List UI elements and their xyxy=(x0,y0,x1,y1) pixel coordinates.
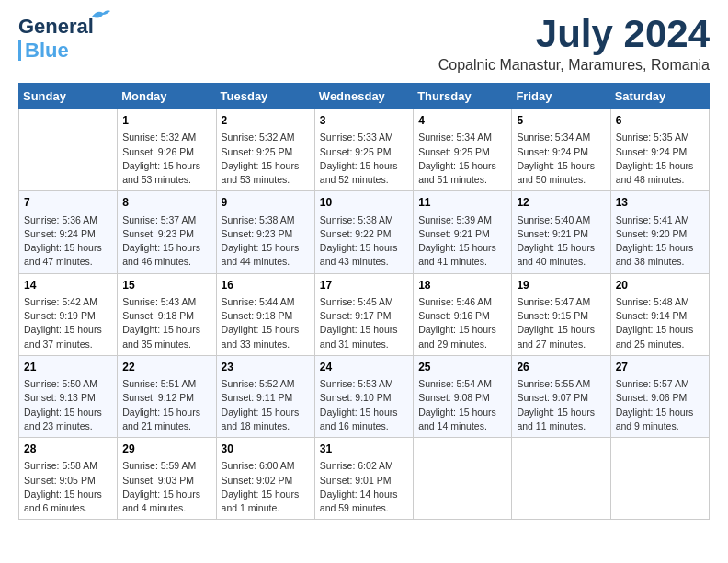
day-number: 6 xyxy=(616,113,704,129)
calendar-header-row: SundayMondayTuesdayWednesdayThursdayFrid… xyxy=(19,84,710,109)
calendar-cell: 12Sunrise: 5:40 AM Sunset: 9:21 PM Dayli… xyxy=(512,191,610,273)
calendar-cell: 14Sunrise: 5:42 AM Sunset: 9:19 PM Dayli… xyxy=(19,273,118,355)
cell-content: Sunrise: 5:32 AM Sunset: 9:26 PM Dayligh… xyxy=(122,131,210,187)
cell-content: Sunrise: 5:59 AM Sunset: 9:03 PM Dayligh… xyxy=(122,459,210,515)
cell-content: Sunrise: 5:38 AM Sunset: 9:23 PM Dayligh… xyxy=(222,213,310,270)
day-number: 7 xyxy=(24,195,112,211)
day-number: 4 xyxy=(418,113,506,129)
logo-blue: Blue xyxy=(25,39,69,63)
cell-content: Sunrise: 5:51 AM Sunset: 9:12 PM Dayligh… xyxy=(122,377,210,433)
calendar-cell: 19Sunrise: 5:47 AM Sunset: 9:15 PM Dayli… xyxy=(512,273,610,355)
header-thursday: Thursday xyxy=(414,84,512,109)
day-number: 2 xyxy=(222,113,310,129)
day-number: 16 xyxy=(222,278,310,293)
calendar-cell: 30Sunrise: 6:00 AM Sunset: 9:02 PM Dayli… xyxy=(216,438,314,520)
logo: General Blue xyxy=(18,15,94,63)
cell-content: Sunrise: 5:53 AM Sunset: 9:10 PM Dayligh… xyxy=(320,377,408,433)
cell-content: Sunrise: 5:52 AM Sunset: 9:11 PM Dayligh… xyxy=(222,377,310,433)
calendar-cell: 13Sunrise: 5:41 AM Sunset: 9:20 PM Dayli… xyxy=(610,191,709,273)
cell-content: Sunrise: 5:34 AM Sunset: 9:25 PM Dayligh… xyxy=(418,131,506,187)
day-number: 31 xyxy=(320,442,408,457)
day-number: 30 xyxy=(222,442,310,457)
cell-content: Sunrise: 5:54 AM Sunset: 9:08 PM Dayligh… xyxy=(418,377,506,433)
page-header: General Blue July 2024 Copalnic Manastur… xyxy=(18,15,710,74)
day-number: 26 xyxy=(517,360,605,375)
day-number: 19 xyxy=(517,278,605,293)
cell-content: Sunrise: 5:58 AM Sunset: 9:05 PM Dayligh… xyxy=(24,459,112,515)
day-number: 29 xyxy=(122,442,210,457)
cell-content: Sunrise: 5:38 AM Sunset: 9:22 PM Dayligh… xyxy=(320,213,408,270)
day-number: 3 xyxy=(320,113,408,129)
cell-content: Sunrise: 5:40 AM Sunset: 9:21 PM Dayligh… xyxy=(517,213,605,270)
cell-content: Sunrise: 5:35 AM Sunset: 9:24 PM Dayligh… xyxy=(616,131,704,187)
calendar-cell: 2Sunrise: 5:32 AM Sunset: 9:25 PM Daylig… xyxy=(216,109,314,191)
header-friday: Friday xyxy=(512,84,610,109)
cell-content: Sunrise: 5:55 AM Sunset: 9:07 PM Dayligh… xyxy=(517,377,605,433)
day-number: 17 xyxy=(320,278,408,293)
header-monday: Monday xyxy=(118,84,216,109)
calendar-cell: 28Sunrise: 5:58 AM Sunset: 9:05 PM Dayli… xyxy=(19,438,118,520)
cell-content: Sunrise: 5:39 AM Sunset: 9:21 PM Dayligh… xyxy=(418,213,506,270)
title-area: July 2024 Copalnic Manastur, Maramures, … xyxy=(438,15,710,74)
calendar-cell: 20Sunrise: 5:48 AM Sunset: 9:14 PM Dayli… xyxy=(610,273,709,355)
cell-content: Sunrise: 5:57 AM Sunset: 9:06 PM Dayligh… xyxy=(616,377,704,433)
calendar-cell: 15Sunrise: 5:43 AM Sunset: 9:18 PM Dayli… xyxy=(118,273,216,355)
cell-content: Sunrise: 5:37 AM Sunset: 9:23 PM Dayligh… xyxy=(122,213,210,270)
calendar-cell xyxy=(414,438,512,520)
calendar-cell: 24Sunrise: 5:53 AM Sunset: 9:10 PM Dayli… xyxy=(314,355,413,437)
calendar-week-3: 14Sunrise: 5:42 AM Sunset: 9:19 PM Dayli… xyxy=(19,273,710,355)
calendar-cell xyxy=(512,438,610,520)
calendar-cell: 4Sunrise: 5:34 AM Sunset: 9:25 PM Daylig… xyxy=(414,109,512,191)
day-number: 1 xyxy=(122,113,210,129)
calendar-cell: 16Sunrise: 5:44 AM Sunset: 9:18 PM Dayli… xyxy=(216,273,314,355)
calendar-week-1: 1Sunrise: 5:32 AM Sunset: 9:26 PM Daylig… xyxy=(19,109,710,191)
calendar-table: SundayMondayTuesdayWednesdayThursdayFrid… xyxy=(18,83,710,520)
day-number: 11 xyxy=(418,195,506,211)
day-number: 10 xyxy=(320,195,408,211)
calendar-cell: 9Sunrise: 5:38 AM Sunset: 9:23 PM Daylig… xyxy=(216,191,314,273)
cell-content: Sunrise: 5:41 AM Sunset: 9:20 PM Dayligh… xyxy=(616,213,704,270)
calendar-cell: 23Sunrise: 5:52 AM Sunset: 9:11 PM Dayli… xyxy=(216,355,314,437)
day-number: 18 xyxy=(418,278,506,293)
cell-content: Sunrise: 5:47 AM Sunset: 9:15 PM Dayligh… xyxy=(517,295,605,351)
month-title: July 2024 xyxy=(438,15,710,53)
header-wednesday: Wednesday xyxy=(314,84,413,109)
calendar-cell xyxy=(19,109,118,191)
calendar-cell: 25Sunrise: 5:54 AM Sunset: 9:08 PM Dayli… xyxy=(414,355,512,437)
day-number: 21 xyxy=(24,360,112,375)
cell-content: Sunrise: 5:44 AM Sunset: 9:18 PM Dayligh… xyxy=(222,295,310,351)
calendar-week-4: 21Sunrise: 5:50 AM Sunset: 9:13 PM Dayli… xyxy=(19,355,710,437)
cell-content: Sunrise: 5:33 AM Sunset: 9:25 PM Dayligh… xyxy=(320,131,408,187)
logo-bird-icon xyxy=(90,7,110,24)
cell-content: Sunrise: 5:32 AM Sunset: 9:25 PM Dayligh… xyxy=(222,131,310,187)
calendar-cell: 7Sunrise: 5:36 AM Sunset: 9:24 PM Daylig… xyxy=(19,191,118,273)
header-saturday: Saturday xyxy=(610,84,709,109)
cell-content: Sunrise: 6:00 AM Sunset: 9:02 PM Dayligh… xyxy=(222,459,310,515)
cell-content: Sunrise: 6:02 AM Sunset: 9:01 PM Dayligh… xyxy=(320,459,408,515)
calendar-cell: 3Sunrise: 5:33 AM Sunset: 9:25 PM Daylig… xyxy=(314,109,413,191)
cell-content: Sunrise: 5:34 AM Sunset: 9:24 PM Dayligh… xyxy=(517,131,605,187)
day-number: 28 xyxy=(24,442,112,457)
cell-content: Sunrise: 5:50 AM Sunset: 9:13 PM Dayligh… xyxy=(24,377,112,433)
calendar-cell: 10Sunrise: 5:38 AM Sunset: 9:22 PM Dayli… xyxy=(314,191,413,273)
header-tuesday: Tuesday xyxy=(216,84,314,109)
day-number: 5 xyxy=(517,113,605,129)
calendar-cell: 18Sunrise: 5:46 AM Sunset: 9:16 PM Dayli… xyxy=(414,273,512,355)
header-sunday: Sunday xyxy=(19,84,118,109)
cell-content: Sunrise: 5:42 AM Sunset: 9:19 PM Dayligh… xyxy=(24,295,112,351)
day-number: 8 xyxy=(122,195,210,211)
calendar-cell: 26Sunrise: 5:55 AM Sunset: 9:07 PM Dayli… xyxy=(512,355,610,437)
calendar-cell: 27Sunrise: 5:57 AM Sunset: 9:06 PM Dayli… xyxy=(610,355,709,437)
day-number: 15 xyxy=(122,278,210,293)
day-number: 27 xyxy=(616,360,704,375)
calendar-cell: 6Sunrise: 5:35 AM Sunset: 9:24 PM Daylig… xyxy=(610,109,709,191)
calendar-cell: 11Sunrise: 5:39 AM Sunset: 9:21 PM Dayli… xyxy=(414,191,512,273)
calendar-cell: 5Sunrise: 5:34 AM Sunset: 9:24 PM Daylig… xyxy=(512,109,610,191)
cell-content: Sunrise: 5:46 AM Sunset: 9:16 PM Dayligh… xyxy=(418,295,506,351)
cell-content: Sunrise: 5:45 AM Sunset: 9:17 PM Dayligh… xyxy=(320,295,408,351)
calendar-cell: 8Sunrise: 5:37 AM Sunset: 9:23 PM Daylig… xyxy=(118,191,216,273)
calendar-cell: 29Sunrise: 5:59 AM Sunset: 9:03 PM Dayli… xyxy=(118,438,216,520)
calendar-cell: 22Sunrise: 5:51 AM Sunset: 9:12 PM Dayli… xyxy=(118,355,216,437)
calendar-week-2: 7Sunrise: 5:36 AM Sunset: 9:24 PM Daylig… xyxy=(19,191,710,273)
location-title: Copalnic Manastur, Maramures, Romania xyxy=(438,57,710,74)
